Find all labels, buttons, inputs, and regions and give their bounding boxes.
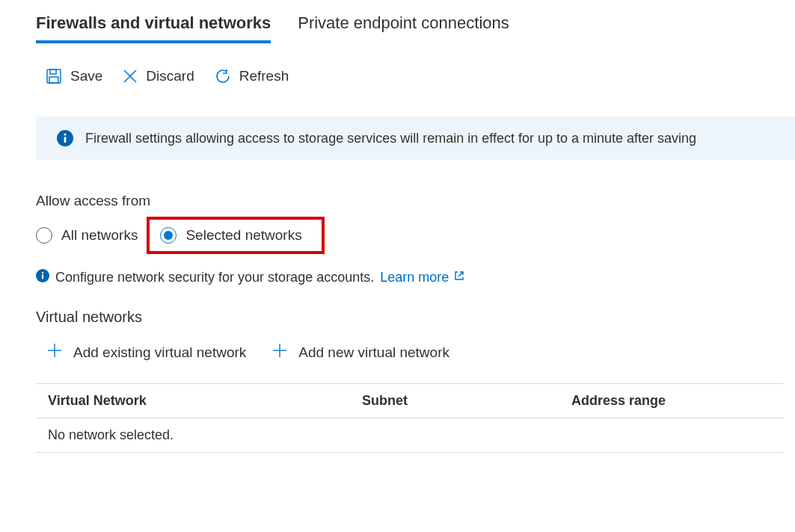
learn-more-label: Learn more bbox=[380, 270, 449, 285]
add-new-label: Add new virtual network bbox=[298, 344, 449, 361]
save-button[interactable]: Save bbox=[45, 67, 102, 85]
radio-all-networks[interactable]: All networks bbox=[36, 227, 138, 244]
vnet-table: Virtual Network Subnet Address range No … bbox=[36, 383, 784, 453]
external-link-icon bbox=[453, 270, 465, 285]
svg-rect-2 bbox=[49, 77, 58, 83]
radio-all-networks-label: All networks bbox=[61, 227, 138, 244]
info-icon bbox=[57, 130, 73, 146]
svg-point-6 bbox=[64, 133, 66, 135]
configure-text: Configure network security for your stor… bbox=[55, 270, 374, 285]
svg-rect-10 bbox=[42, 274, 43, 279]
add-existing-vnet-button[interactable]: Add existing virtual network bbox=[46, 342, 246, 362]
discard-button[interactable]: Discard bbox=[122, 68, 194, 84]
plus-icon bbox=[271, 342, 288, 362]
svg-rect-1 bbox=[50, 69, 56, 74]
discard-icon bbox=[122, 68, 138, 84]
add-new-vnet-button[interactable]: Add new virtual network bbox=[271, 342, 449, 362]
highlight-box: Selected networks bbox=[147, 217, 324, 254]
svg-point-9 bbox=[42, 272, 44, 274]
empty-state-text: No network selected. bbox=[48, 427, 362, 443]
svg-rect-7 bbox=[64, 137, 67, 143]
tab-firewalls[interactable]: Firewalls and virtual networks bbox=[36, 13, 271, 43]
toolbar: Save Discard Refresh bbox=[45, 67, 795, 85]
radio-icon-selected bbox=[160, 227, 177, 244]
allow-access-radio-group: All networks Selected networks bbox=[36, 217, 795, 254]
radio-selected-networks-label: Selected networks bbox=[185, 227, 301, 244]
plus-icon bbox=[46, 342, 63, 362]
info-banner-text: Firewall settings allowing access to sto… bbox=[85, 131, 696, 146]
col-address-range: Address range bbox=[571, 393, 795, 409]
refresh-icon bbox=[214, 67, 232, 85]
save-icon bbox=[45, 67, 63, 85]
save-label: Save bbox=[70, 68, 102, 84]
table-header-row: Virtual Network Subnet Address range bbox=[36, 383, 784, 418]
tab-bar: Firewalls and virtual networks Private e… bbox=[36, 13, 795, 43]
radio-icon bbox=[36, 227, 52, 244]
info-banner: Firewall settings allowing access to sto… bbox=[36, 117, 795, 160]
radio-selected-networks[interactable]: Selected networks bbox=[160, 227, 301, 244]
tab-private-endpoints[interactable]: Private endpoint connections bbox=[298, 13, 509, 43]
refresh-button[interactable]: Refresh bbox=[214, 67, 289, 85]
virtual-networks-heading: Virtual networks bbox=[36, 309, 795, 326]
svg-line-11 bbox=[458, 272, 463, 276]
col-subnet: Subnet bbox=[362, 393, 571, 409]
vnet-add-row: Add existing virtual network Add new vir… bbox=[46, 342, 795, 362]
discard-label: Discard bbox=[146, 68, 194, 84]
learn-more-link[interactable]: Learn more bbox=[380, 270, 465, 285]
col-virtual-network: Virtual Network bbox=[48, 393, 362, 409]
configure-line: Configure network security for your stor… bbox=[36, 269, 795, 286]
info-icon-small bbox=[36, 269, 49, 286]
radio-dot bbox=[164, 231, 173, 240]
allow-access-label: Allow access from bbox=[36, 193, 795, 209]
table-row: No network selected. bbox=[36, 418, 784, 453]
add-existing-label: Add existing virtual network bbox=[73, 344, 246, 361]
refresh-label: Refresh bbox=[239, 68, 289, 84]
